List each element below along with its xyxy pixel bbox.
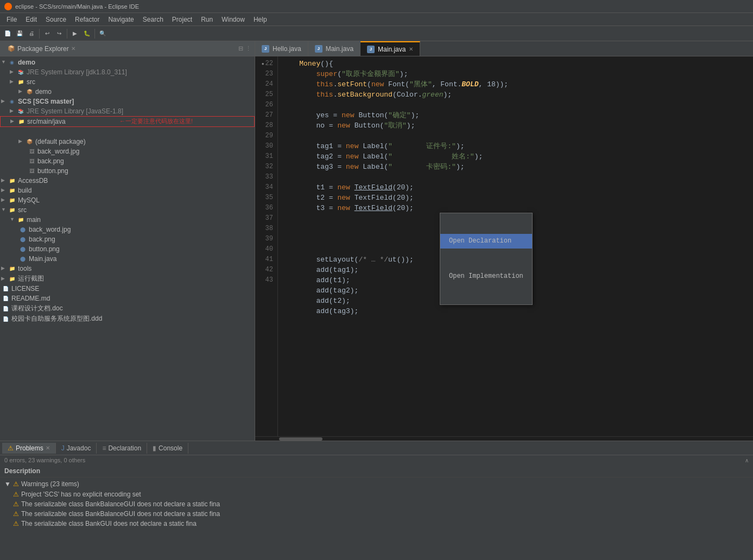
- code-line-30: tag1 = new Label(" 证件号:");: [282, 141, 753, 151]
- problems-close[interactable]: ✕: [46, 445, 50, 451]
- code-line-22: Money(){: [282, 59, 753, 69]
- sidebar: 📦 Package Explorer ✕ ⊟ ⋮ ▼ ◉ demo: [0, 41, 255, 441]
- tree-item-back-word2[interactable]: ⬤ back_word.jpg: [0, 225, 255, 234]
- menu-help[interactable]: Help: [249, 15, 271, 24]
- toolbar-run[interactable]: ▶: [69, 28, 80, 39]
- build-label: build: [18, 187, 31, 194]
- tree-item-campus-card[interactable]: 📄 校园卡自助服务系统原型图.ddd: [0, 314, 255, 324]
- warning-item-0-icon: ⚠: [13, 491, 19, 498]
- tree-item-build[interactable]: ▶ 📁 build: [0, 186, 255, 195]
- warnings-header: ▼ ⚠ Warnings (23 items): [4, 479, 749, 489]
- warnings-label: Warnings (23 items): [21, 480, 79, 488]
- tree-item-jre-demo[interactable]: ▶ 📚 JRE System Library [jdk1.8.0_311]: [0, 67, 255, 77]
- tab-console[interactable]: ▮ Console: [147, 443, 188, 454]
- tree-item-back-word[interactable]: 🖼 back_word.jpg: [0, 147, 255, 156]
- main-java-2-icon: J: [367, 46, 375, 53]
- jre-scs-icon: 📚: [16, 107, 25, 116]
- tree-item-readme[interactable]: 📄 README.md: [0, 294, 255, 303]
- readme-icon: 📄: [1, 294, 10, 303]
- menu-window[interactable]: Window: [217, 15, 249, 24]
- accessdb-icon: 📁: [8, 176, 16, 185]
- course-doc-icon: 📄: [1, 304, 10, 313]
- line-num-39: 39: [257, 234, 273, 244]
- toolbar-new[interactable]: 📄: [2, 28, 13, 39]
- context-menu-open-implementation[interactable]: Open Implementation: [440, 269, 532, 284]
- toolbar-debug[interactable]: 🐛: [81, 28, 92, 39]
- tab-main-java-1[interactable]: J Main.java: [308, 41, 360, 56]
- tree-item-button-png2[interactable]: ⬤ button.png: [0, 244, 255, 254]
- tab-javadoc[interactable]: J Javadoc: [56, 443, 97, 454]
- hscrollbar[interactable]: [255, 436, 753, 441]
- code-line-25: this.setBackground(Color.green);: [282, 90, 753, 100]
- line-num-36: 36: [257, 203, 273, 213]
- hscroll-thumb[interactable]: [279, 437, 322, 441]
- tree-item-scs[interactable]: ▶ ◉ SCS [SCS master]: [0, 97, 255, 106]
- tree-item-main-java[interactable]: ⬤ Main.java: [0, 254, 255, 264]
- menu-refactor[interactable]: Refactor: [71, 15, 104, 24]
- toolbar-save[interactable]: 💾: [14, 28, 25, 39]
- tab-declaration[interactable]: ≡ Declaration: [97, 443, 147, 454]
- tree-item-back-png2[interactable]: ⬤ back.png: [0, 234, 255, 244]
- tree-item-button-png[interactable]: 🖼 button.png: [0, 166, 255, 176]
- tree-item-jre-scs[interactable]: ▶ 📚 JRE System Library [JavaSE-1.8]: [0, 106, 255, 116]
- menu-project[interactable]: Project: [168, 15, 197, 24]
- code-content[interactable]: Money(){ super("取原卡金额界面"); this.setFont(…: [278, 56, 753, 436]
- code-line-31: tag2 = new Label(" 姓名:");: [282, 151, 753, 162]
- toolbar-redo[interactable]: ↪: [54, 28, 65, 39]
- code-line-23: super("取原卡金额界面");: [282, 69, 753, 79]
- warning-item-2-text: The serializable class BankBalanceGUI do…: [21, 510, 220, 518]
- package-explorer-tab[interactable]: 📦 Package Explorer ✕: [3, 44, 80, 54]
- warning-item-3: ⚠ The serializable class BankGUI does no…: [4, 519, 749, 529]
- tree-item-license[interactable]: 📄 LICENSE: [0, 284, 255, 294]
- code-editor[interactable]: 22 23 24 25 26 27 28 29 30 31 32 33 34 3…: [255, 56, 753, 436]
- menu-edit[interactable]: Edit: [21, 15, 41, 24]
- toolbar-search[interactable]: 🔍: [97, 28, 108, 39]
- title-bar: eclipse - SCS/src/main/Main.java - Eclip…: [0, 0, 753, 13]
- main-java-2-close[interactable]: ✕: [409, 46, 413, 52]
- back-png-label: back.png: [37, 157, 64, 165]
- package-explorer-close[interactable]: ✕: [71, 46, 75, 52]
- tree-item-runjt[interactable]: ▶ 📁 运行截图: [0, 273, 255, 284]
- main2-icon: 📁: [16, 215, 25, 224]
- line-num-43: 43: [257, 275, 273, 285]
- tree-item-src-demo[interactable]: ▶ 📁 src: [0, 77, 255, 87]
- sidebar-collapse-all[interactable]: ⊟: [238, 45, 243, 52]
- menu-search[interactable]: Search: [138, 15, 168, 24]
- tree-item-tools[interactable]: ▶ 📁 tools: [0, 264, 255, 273]
- tree-item-course-doc[interactable]: 📄 课程设计文档.doc: [0, 303, 255, 314]
- toolbar-print[interactable]: 🖨: [26, 28, 37, 39]
- tree-item-default-pkg[interactable]: ▶ 📦 (default package): [0, 137, 255, 147]
- menu-source[interactable]: Source: [41, 15, 71, 24]
- src-main-java-arrow: ▶: [10, 118, 17, 125]
- tree-item-demo-pkg[interactable]: ▶ 📦 demo: [0, 87, 255, 97]
- tab-problems[interactable]: ⚠ Problems ✕: [2, 443, 56, 454]
- mysql-arrow: ▶: [1, 197, 8, 203]
- sidebar-menu[interactable]: ⋮: [245, 45, 251, 52]
- jre-demo-label: JRE System Library [jdk1.8.0_311]: [27, 68, 127, 76]
- collapse-btn[interactable]: ∧: [745, 457, 749, 463]
- tree-item-src2[interactable]: ▼ 📁 src: [0, 205, 255, 215]
- back-png-icon: 🖼: [27, 157, 36, 166]
- annotation-container: ←一定要注意代码放在这里!: [0, 127, 255, 137]
- src-main-java-label: src/main/java: [27, 118, 66, 125]
- tree-item-demo[interactable]: ▼ ◉ demo: [0, 58, 255, 67]
- menu-navigate[interactable]: Navigate: [104, 15, 138, 24]
- context-menu-open-declaration[interactable]: Open Declaration: [440, 234, 532, 249]
- menu-file[interactable]: File: [2, 15, 21, 24]
- line-num-42: 42: [257, 265, 273, 275]
- tree-item-main2[interactable]: ▼ 📁 main: [0, 215, 255, 225]
- tab-main-java-2[interactable]: J Main.java ✕: [360, 41, 420, 56]
- menu-run[interactable]: Run: [197, 15, 217, 24]
- runjt-arrow: ▶: [1, 276, 8, 282]
- tree-item-mysql[interactable]: ▶ 📁 MySQL: [0, 195, 255, 205]
- campus-card-icon: 📄: [1, 315, 10, 323]
- sidebar-tree: ▼ ◉ demo ▶ 📚 JRE System Library [jdk1.8.…: [0, 56, 255, 441]
- button-png-icon: 🖼: [27, 167, 36, 175]
- tree-item-accessdb[interactable]: ▶ 📁 AccessDB: [0, 176, 255, 186]
- tree-item-back-png[interactable]: 🖼 back.png: [0, 156, 255, 166]
- toolbar-undo[interactable]: ↩: [42, 28, 53, 39]
- main-java-label: Main.java: [29, 255, 56, 263]
- tools-icon: 📁: [8, 264, 16, 273]
- tab-hello-java[interactable]: J Hello.java: [255, 41, 308, 56]
- line-num-29: 29: [257, 131, 273, 141]
